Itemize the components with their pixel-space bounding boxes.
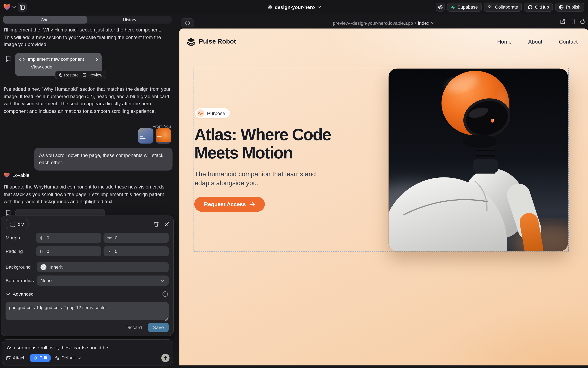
hero-robot-image: [389, 68, 568, 251]
bookmark-icon[interactable]: [6, 56, 10, 62]
border-radius-select[interactable]: None: [37, 275, 169, 285]
attachment-thumbnail-blue[interactable]: [138, 128, 153, 144]
advanced-classes-textarea[interactable]: grid grid-cols-1 lg:grid-cols-2 gap-12 i…: [6, 302, 169, 320]
close-inspector-button[interactable]: [165, 222, 169, 226]
assistant-message: I've added a new "Why Humanoid" section …: [4, 85, 171, 115]
hero-subtitle: The humanoid companion that learns and a…: [195, 170, 333, 187]
send-button[interactable]: [161, 354, 169, 362]
element-outline-icon: [10, 222, 15, 227]
preview-pane: preview--design-your-hero.lovable.app / …: [179, 14, 588, 366]
padding-x-input[interactable]: 0: [36, 246, 102, 256]
add-user-icon: [488, 5, 493, 9]
open-in-new-tab-icon[interactable]: [560, 19, 565, 24]
user-message-bubble: As you scroll down the page, these compo…: [34, 147, 172, 171]
github-button[interactable]: GitHub: [524, 3, 553, 12]
message-menu-button[interactable]: ···: [164, 172, 170, 178]
chevron-down-icon: [431, 22, 434, 24]
hero-badge: Purpose: [195, 108, 230, 118]
tab-history[interactable]: History: [87, 16, 172, 24]
attach-button[interactable]: Attach: [6, 355, 25, 361]
collaborate-button[interactable]: Collaborate: [484, 3, 522, 12]
chevron-right-icon: [95, 57, 98, 61]
code-icon: [19, 57, 25, 61]
chevron-down-icon: [318, 6, 321, 8]
chevron-down-icon[interactable]: [12, 6, 16, 8]
trash-icon: [154, 221, 159, 227]
layers-icon: [186, 37, 196, 46]
edit-mode-button[interactable]: Edit: [30, 354, 50, 362]
arrow-right-icon: [249, 202, 255, 206]
close-icon: [165, 222, 169, 226]
nav-home[interactable]: Home: [497, 39, 512, 45]
margin-horizontal-icon: [40, 236, 44, 240]
model-mode-select[interactable]: Default: [55, 355, 81, 361]
bookmark-icon[interactable]: [6, 210, 10, 216]
project-switcher[interactable]: design-your-hero: [267, 0, 321, 14]
site-brand-name: Pulse Robot: [199, 38, 236, 45]
view-code-link[interactable]: View code: [15, 62, 102, 70]
preview-path: index: [418, 20, 429, 26]
publish-button[interactable]: Publish: [555, 3, 585, 12]
refresh-icon[interactable]: [580, 19, 585, 24]
chevron-down-icon[interactable]: [6, 293, 9, 295]
restore-button[interactable]: Restore: [59, 73, 79, 77]
lovable-app: design-your-hero Supabase Collaborate Gi…: [0, 0, 588, 368]
publish-globe-icon: [559, 5, 564, 9]
target-icon: [33, 356, 38, 360]
lovable-logo-icon[interactable]: [3, 4, 10, 10]
margin-label: Margin: [6, 235, 36, 240]
globe-icon: [267, 5, 272, 9]
attach-image-icon: [6, 356, 11, 360]
chevron-down-icon: [161, 279, 164, 282]
margin-vertical-icon: [107, 236, 112, 239]
project-name: design-your-hero: [275, 4, 315, 10]
site-brand[interactable]: Pulse Robot: [186, 37, 236, 46]
background-label: Background: [6, 264, 37, 270]
padding-vertical-icon: [107, 249, 112, 253]
composer-input[interactable]: As user mouse roll over, these cards sho…: [7, 345, 168, 350]
delete-element-button[interactable]: [154, 221, 159, 227]
preview-url-bar[interactable]: preview--design-your-hero.lovable.app / …: [179, 18, 588, 28]
padding-y-input[interactable]: 0: [104, 246, 169, 256]
external-link-icon: [82, 73, 86, 77]
chevron-down-icon: [77, 357, 81, 359]
component-change-title: Implement new component: [28, 57, 84, 62]
site-viewport: Pulse Robot Home About Contact Purpose A…: [179, 28, 588, 365]
restore-preview-toolbar: Restore Preview: [55, 71, 106, 79]
nav-contact[interactable]: Contact: [559, 39, 578, 45]
preview-button[interactable]: Preview: [82, 73, 102, 77]
tab-chat[interactable]: Chat: [3, 16, 87, 24]
background-input[interactable]: Inherit: [37, 262, 169, 272]
settings-button[interactable]: [436, 3, 445, 12]
save-button[interactable]: Save: [148, 323, 169, 332]
advanced-section-label[interactable]: Advanced: [13, 291, 34, 297]
assistant-message: I'll update the WhyHumanoid component to…: [4, 183, 171, 205]
sidebar-toggle-button[interactable]: [18, 3, 27, 12]
supabase-button[interactable]: Supabase: [447, 3, 482, 12]
margin-x-input[interactable]: 0: [36, 233, 102, 243]
color-swatch-transparent: [40, 264, 47, 270]
mobile-view-icon[interactable]: [570, 19, 575, 24]
hero-headline: Atlas: Where Code Meets Motion: [194, 125, 360, 162]
nav-about[interactable]: About: [528, 39, 542, 45]
site-nav: Home About Contact: [497, 39, 578, 45]
help-icon[interactable]: ?: [162, 291, 168, 297]
chat-composer[interactable]: As user mouse roll over, these cards sho…: [2, 339, 173, 365]
selected-element-pill[interactable]: div: [6, 219, 28, 229]
margin-y-input[interactable]: 0: [104, 233, 169, 243]
gear-icon: [438, 4, 443, 10]
element-inspector-panel: div Margin 0 0 Padding: [1, 215, 174, 336]
github-icon: [528, 5, 533, 9]
attachment-thumbnail-orange[interactable]: [156, 128, 171, 144]
chat-history-tabs: Chat History: [3, 16, 172, 24]
padding-label: Padding: [6, 248, 36, 254]
request-access-button[interactable]: Request Access: [194, 197, 265, 212]
assistant-name: Lovable: [12, 172, 29, 178]
pulse-icon: [197, 109, 204, 117]
assistant-header: Lovable ···: [4, 172, 170, 178]
hero-badge-label: Purpose: [207, 110, 225, 116]
sliders-icon: [55, 356, 59, 360]
resize-handle[interactable]: [165, 318, 168, 321]
from-you-label: From You: [153, 124, 171, 129]
discard-button[interactable]: Discard: [125, 325, 142, 330]
